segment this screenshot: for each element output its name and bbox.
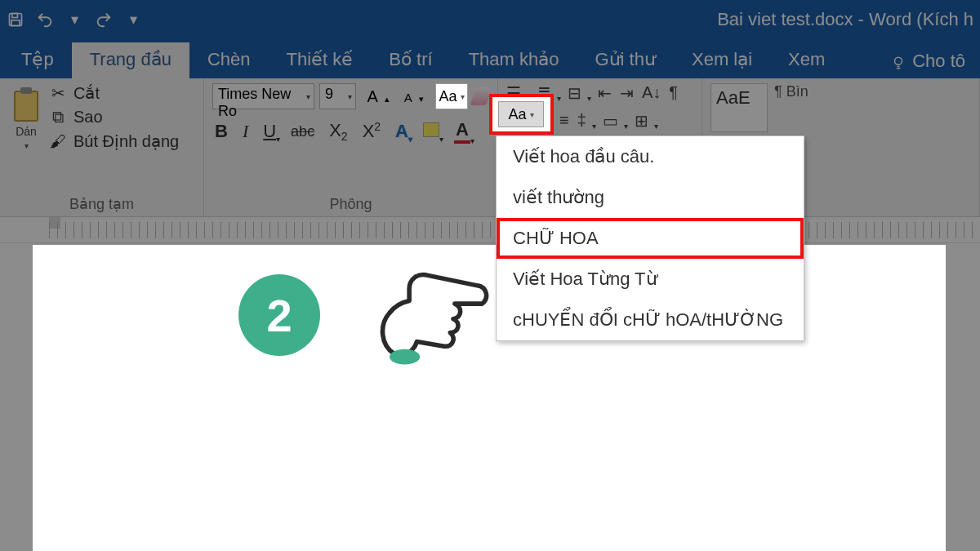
tutorial-step-badge: 2 (238, 274, 320, 356)
tab-home[interactable]: Trang đầu (72, 42, 189, 78)
shading-button[interactable]: ▭ (603, 111, 626, 131)
tell-me-label: Cho tô (912, 51, 965, 72)
quick-access-toolbar: ▾ ▾ (7, 11, 142, 29)
tab-layout[interactable]: Bố trí (371, 42, 450, 78)
font-size-selector[interactable]: 9▾ (319, 83, 355, 109)
decrease-indent-button[interactable]: ⇤ (598, 83, 612, 103)
paste-label: Dán (16, 125, 37, 138)
undo-dropdown-icon[interactable]: ▾ (65, 11, 83, 29)
undo-icon[interactable] (36, 11, 54, 29)
pointing-hand-icon (371, 263, 493, 369)
copy-icon: ⧉ (49, 108, 67, 127)
change-case-menu: Viết hoa đầu câu. viết thường CHỮ HOA Vi… (496, 136, 804, 341)
paste-button[interactable]: Dán ▾ (8, 83, 44, 157)
lightbulb-icon (891, 54, 906, 69)
change-case-button[interactable]: Aa▾ (435, 83, 468, 109)
sort-button[interactable]: A↓ (642, 83, 661, 103)
group-font: Times New Ro▾ 9▾ A▴ A▾ Aa▾ B I U abc X2 … (204, 78, 498, 216)
tab-design[interactable]: Thiết kế (269, 42, 372, 78)
subscript-button[interactable]: X2 (327, 118, 350, 144)
strikethrough-button[interactable]: abc (288, 122, 317, 142)
qat-customize-icon[interactable]: ▾ (124, 11, 142, 29)
justify-button[interactable]: ≡ (559, 111, 569, 131)
group-label-clipboard: Bảng tạm (8, 192, 195, 215)
ruler[interactable] (0, 217, 980, 243)
change-case-button-active[interactable]: Aa▾ (498, 101, 544, 127)
step-number: 2 (266, 289, 292, 342)
redo-icon[interactable] (95, 11, 113, 29)
ribbon-tabs: Tệp Trang đầu Chèn Thiết kế Bố trí Tham … (0, 39, 980, 78)
highlighter-icon (423, 122, 439, 137)
menu-item-sentence-case[interactable]: Viết hoa đầu câu. (497, 136, 804, 177)
line-spacing-button[interactable]: ‡ (577, 111, 595, 131)
grow-font-button[interactable]: A▴ (361, 86, 396, 108)
show-marks-button[interactable]: ¶ (669, 83, 678, 103)
menu-item-uppercase[interactable]: CHỮ HOA (497, 218, 804, 259)
svg-point-3 (895, 57, 902, 64)
highlight-color-button[interactable] (421, 119, 442, 144)
tell-me-search[interactable]: Cho tô (880, 44, 977, 78)
svg-rect-1 (12, 14, 18, 18)
group-label-font: Phông (212, 193, 489, 215)
document-title: Bai viet test.docx - Word (Kích h (717, 9, 973, 30)
paste-dropdown-icon[interactable]: ▾ (24, 141, 29, 150)
menu-item-capitalize-each-word[interactable]: Viết Hoa Từng Từ (497, 259, 804, 300)
font-name-selector[interactable]: Times New Ro▾ (212, 83, 314, 109)
tab-references[interactable]: Tham khảo (451, 42, 577, 78)
text-effects-button[interactable]: A (393, 119, 411, 144)
group-clipboard: Dán ▾ ✂Cắt ⧉Sao 🖌Bút Định dạng Bảng tạm (0, 78, 204, 216)
style-preview-normal[interactable]: AaE (710, 83, 768, 132)
comments-button[interactable]: ¶ Bìn (774, 83, 808, 100)
cut-button[interactable]: ✂Cắt (49, 83, 179, 103)
font-color-button[interactable]: A (452, 118, 473, 145)
underline-button[interactable]: U (261, 119, 278, 144)
borders-button[interactable]: ⊞ (635, 111, 657, 131)
italic-button[interactable]: I (240, 119, 251, 144)
format-painter-button[interactable]: 🖌Bút Định dạng (49, 131, 179, 151)
tab-file[interactable]: Tệp (3, 42, 72, 78)
bold-button[interactable]: B (212, 119, 230, 144)
multilevel-list-button[interactable]: ⊟ (568, 83, 590, 103)
tab-insert[interactable]: Chèn (189, 42, 269, 78)
menu-item-lowercase[interactable]: viết thường (497, 177, 804, 218)
menu-item-toggle-case[interactable]: cHUYỂN đỔI cHỮ hOA/tHƯỜNG (497, 300, 804, 340)
tab-mailings[interactable]: Gửi thư (577, 42, 674, 78)
superscript-button[interactable]: X2 (360, 118, 383, 144)
svg-rect-2 (11, 20, 20, 26)
shrink-font-button[interactable]: A▾ (398, 86, 430, 108)
copy-button[interactable]: ⧉Sao (49, 108, 179, 127)
title-bar: ▾ ▾ Bai viet test.docx - Word (Kích h (0, 0, 980, 39)
tab-view[interactable]: Xem (770, 42, 843, 78)
increase-indent-button[interactable]: ⇥ (620, 83, 634, 103)
brush-icon: 🖌 (49, 132, 67, 151)
scissors-icon: ✂ (49, 83, 67, 103)
tab-review[interactable]: Xem lại (674, 42, 770, 78)
clipboard-icon (14, 91, 38, 122)
save-icon[interactable] (7, 11, 24, 29)
svg-point-4 (390, 349, 420, 365)
